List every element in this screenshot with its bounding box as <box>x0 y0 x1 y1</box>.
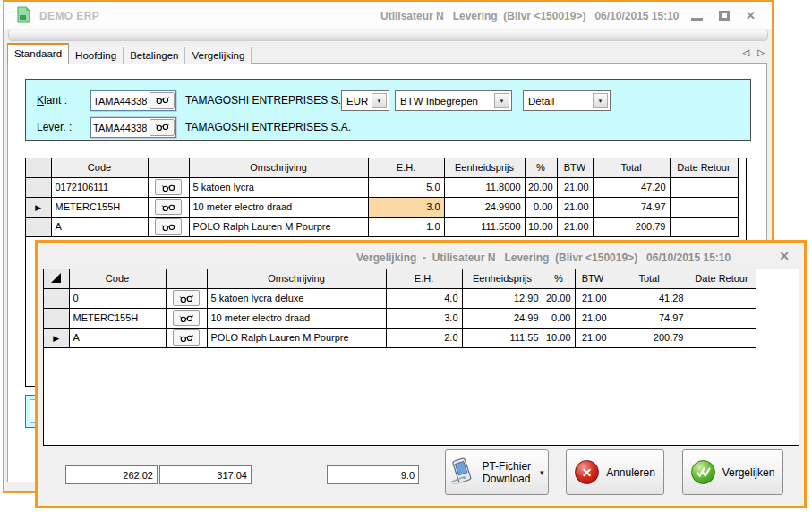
cell-eenheidsprijs[interactable]: 24.9900 <box>444 197 525 217</box>
cell-eh[interactable]: 1.0 <box>368 217 444 236</box>
cell-eenheidsprijs[interactable]: 12.90 <box>462 288 543 308</box>
tab-scroll-right-icon[interactable]: ▷ <box>757 47 765 57</box>
cell-pct[interactable]: 20.00 <box>525 177 557 197</box>
cell-pct[interactable]: 10.00 <box>543 328 575 347</box>
cell-pct[interactable]: 0.00 <box>525 197 557 217</box>
tab-hoofding[interactable]: Hoofding <box>68 47 124 64</box>
btw-mode-select[interactable]: BTW Inbegrepen ▼ <box>395 90 512 111</box>
detail-mode-select[interactable]: Détail ▼ <box>523 90 611 111</box>
cell-btw[interactable]: 21.00 <box>557 197 593 217</box>
cell-code[interactable]: METERC155H <box>69 308 166 328</box>
cell-date-retour[interactable] <box>688 308 756 328</box>
lever-lookup-button[interactable] <box>150 119 175 136</box>
cell-eenheidsprijs[interactable]: 111.55 <box>462 328 543 347</box>
col-eh: E.H. <box>368 158 444 177</box>
cell-code[interactable]: 0 <box>69 288 166 308</box>
cell-btw[interactable]: 21.00 <box>557 177 593 197</box>
cell-btw[interactable]: 21.00 <box>557 217 593 236</box>
cell-omschrijving[interactable]: POLO Ralph Lauren M Pourpre <box>189 217 368 236</box>
cell-code[interactable]: METERC155H <box>51 197 148 217</box>
grid-header-row: Code Omschrijving E.H. Eenheidsprijs % B… <box>26 158 738 177</box>
total-field-3[interactable] <box>327 465 419 484</box>
select-all-icon <box>50 272 62 284</box>
lookup-button[interactable] <box>155 199 182 215</box>
klant-label: Klant : <box>37 94 67 107</box>
btw-mode-value: BTW Inbegrepen <box>396 96 492 107</box>
col-total: Total <box>593 158 670 177</box>
vergelijken-button[interactable]: Vergelijken <box>682 449 783 495</box>
cell-date-retour[interactable] <box>670 177 738 197</box>
cell-total[interactable]: 47.20 <box>593 177 670 197</box>
col-btw: BTW <box>575 269 611 288</box>
cell-code[interactable]: A <box>51 217 148 236</box>
vergelijking-dialog: Vergelijking - Utilisateur N Levering (B… <box>35 240 807 508</box>
cell-omschrijving[interactable]: 10 meter electro draad <box>207 308 386 328</box>
tab-scroll-left-icon[interactable]: ◁ <box>743 47 750 57</box>
cell-date-retour[interactable] <box>670 197 738 217</box>
cell-eenheidsprijs[interactable]: 11.8000 <box>444 177 525 197</box>
cell-total[interactable]: 74.97 <box>611 308 688 328</box>
cell-eenheidsprijs[interactable]: 24.99 <box>462 308 543 328</box>
chevron-down-icon: ▼ <box>494 93 509 108</box>
annuleren-button[interactable]: ✕ Annuleren <box>566 449 664 495</box>
row-selector[interactable]: ▶ <box>44 328 69 347</box>
pt-fichier-label-line2: Download <box>483 473 530 485</box>
cell-eh[interactable]: 4.0 <box>386 288 462 308</box>
tab-vergelijking[interactable]: Vergelijking <box>184 47 252 64</box>
cell-omschrijving[interactable]: 5 katoen lycra deluxe <box>207 288 386 308</box>
cell-omschrijving[interactable]: POLO Ralph Lauren M Pourpre <box>207 328 386 347</box>
row-selector[interactable] <box>44 308 69 328</box>
row-selector[interactable] <box>26 177 51 197</box>
cell-date-retour[interactable] <box>670 217 738 236</box>
cell-date-retour[interactable] <box>688 288 756 308</box>
klant-lookup-button[interactable] <box>150 92 175 109</box>
pt-fichier-download-button[interactable]: PT-Fichier Download ▾ <box>445 449 549 495</box>
lookup-button[interactable] <box>155 179 182 195</box>
klant-code-input[interactable] <box>91 91 149 110</box>
cell-btw[interactable]: 21.00 <box>575 288 611 308</box>
lever-code-input[interactable] <box>91 118 149 137</box>
currency-select[interactable]: EUR ▼ <box>341 90 389 111</box>
tab-standaard[interactable]: Standaard <box>7 43 69 64</box>
cell-eh[interactable]: 2.0 <box>386 328 462 347</box>
cell-pct[interactable]: 20.00 <box>543 288 575 308</box>
col-omschrijving: Omschrijving <box>189 158 368 177</box>
dialog-close-icon[interactable]: ✕ <box>779 249 790 263</box>
lookup-button[interactable] <box>173 290 200 306</box>
tab-betalingen[interactable]: Betalingen <box>123 47 185 64</box>
cell-eh-active[interactable]: 3.0 <box>368 197 444 217</box>
annuleren-label: Annuleren <box>606 466 655 479</box>
lever-field <box>90 117 176 138</box>
cell-pct[interactable]: 0.00 <box>543 308 575 328</box>
lookup-button[interactable] <box>173 329 200 346</box>
cell-omschrijving[interactable]: 5 katoen lycra <box>189 177 368 197</box>
total-field-2[interactable] <box>159 465 252 484</box>
cell-btw[interactable]: 21.00 <box>575 308 611 328</box>
minimize-icon[interactable] <box>691 18 703 21</box>
cell-lookup <box>148 217 189 236</box>
cell-total[interactable]: 200.79 <box>611 328 688 347</box>
cell-code[interactable]: A <box>69 328 166 347</box>
cell-eh[interactable]: 5.0 <box>368 177 444 197</box>
lookup-button[interactable] <box>173 310 200 326</box>
select-all-header[interactable] <box>44 269 69 288</box>
total-field-1[interactable] <box>65 465 158 484</box>
close-icon[interactable]: ✕ <box>746 10 756 21</box>
cell-code[interactable]: 0172106111 <box>51 177 148 197</box>
col-lookup <box>148 158 189 177</box>
cell-total[interactable]: 200.79 <box>593 217 670 236</box>
cell-btw[interactable]: 21.00 <box>575 328 611 347</box>
cell-eh[interactable]: 3.0 <box>386 308 462 328</box>
maximize-icon[interactable] <box>719 11 730 21</box>
lookup-button[interactable] <box>155 218 182 235</box>
cell-date-retour[interactable] <box>688 328 756 347</box>
klant-field <box>90 90 176 111</box>
row-selector[interactable] <box>26 217 51 236</box>
row-selector[interactable]: ▶ <box>26 197 51 217</box>
cell-total[interactable]: 74.97 <box>593 197 670 217</box>
cell-pct[interactable]: 10.00 <box>525 217 557 236</box>
cell-total[interactable]: 41.28 <box>611 288 688 308</box>
row-selector[interactable] <box>44 288 69 308</box>
cell-omschrijving[interactable]: 10 meter electro draad <box>189 197 368 217</box>
cell-eenheidsprijs[interactable]: 111.5500 <box>444 217 525 236</box>
